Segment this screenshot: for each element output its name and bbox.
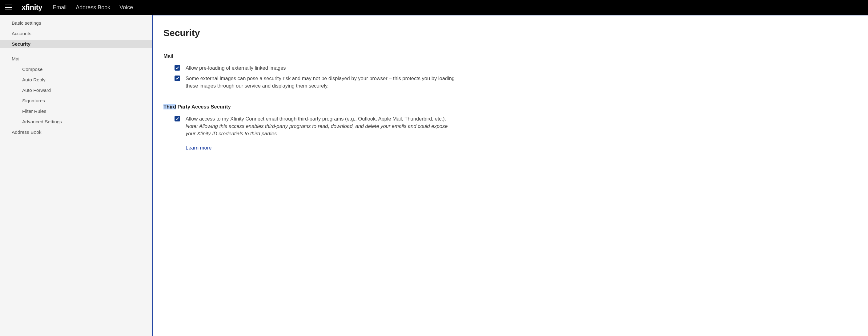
learn-more-link[interactable]: Learn more [186,144,457,152]
sidebar-item-compose[interactable]: Compose [0,65,152,73]
nav-email[interactable]: Email [53,4,66,11]
sidebar-gap [0,49,152,54]
checkbox[interactable] [175,116,180,121]
settings-sidebar: Basic settingsAccountsSecurityMailCompos… [0,15,152,336]
checkbox[interactable] [175,65,180,71]
heading-rest: Party Access Security [176,104,230,109]
option-text: Some external images can pose a security… [186,75,457,90]
option-row: Allow pre-loading of externally linked i… [163,64,852,72]
brand-logo: xfinity [22,3,42,12]
option-text-main: Allow pre-loading of externally linked i… [186,65,286,71]
option-text-main: Allow access to my Xfinity Connect email… [186,116,446,121]
option-text: Allow access to my Xfinity Connect email… [186,115,457,152]
sidebar-item-advanced-settings[interactable]: Advanced Settings [0,118,152,126]
sidebar-item-filter-rules[interactable]: Filter Rules [0,107,152,115]
sidebar-item-mail[interactable]: Mail [0,55,152,63]
section-heading: Third Party Access Security [163,104,852,110]
sidebar-item-auto-forward[interactable]: Auto Forward [0,86,152,94]
option-note: Note: Allowing this access enables third… [186,123,447,136]
nav-address-book[interactable]: Address Book [76,4,110,11]
top-nav: Email Address Book Voice [53,4,133,11]
heading-highlight: Third [163,104,176,109]
main-content: Security MailAllow pre-loading of extern… [152,15,868,336]
section-heading: Mail [163,53,852,59]
checkbox[interactable] [175,76,180,81]
sidebar-item-address-book[interactable]: Address Book [0,128,152,136]
option-text: Allow pre-loading of externally linked i… [186,64,457,72]
sidebar-item-basic-settings[interactable]: Basic settings [0,19,152,27]
sidebar-item-auto-reply[interactable]: Auto Reply [0,76,152,84]
menu-icon[interactable] [5,5,12,10]
sidebar-item-accounts[interactable]: Accounts [0,30,152,37]
page-title: Security [163,28,852,38]
option-row: Some external images can pose a security… [163,75,852,90]
sidebar-item-security[interactable]: Security [0,40,152,48]
sidebar-item-signatures[interactable]: Signatures [0,97,152,105]
section-1: Third Party Access SecurityAllow access … [163,104,852,152]
option-text-main: Some external images can pose a security… [186,76,455,88]
section-0: MailAllow pre-loading of externally link… [163,53,852,90]
nav-voice[interactable]: Voice [119,4,133,11]
topbar: xfinity Email Address Book Voice [0,0,868,15]
option-row: Allow access to my Xfinity Connect email… [163,115,852,152]
